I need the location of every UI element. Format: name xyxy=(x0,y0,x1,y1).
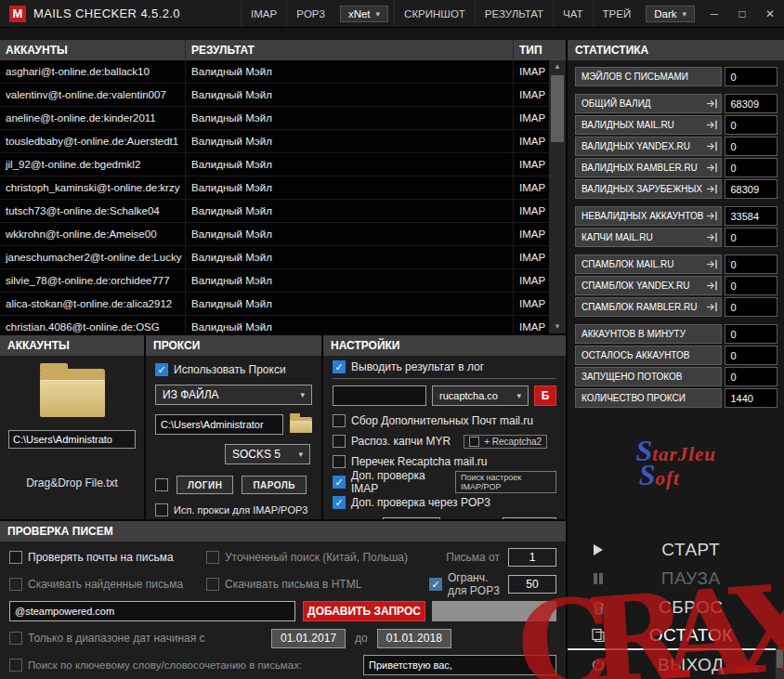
letters-from-input[interactable]: 1 xyxy=(508,548,556,567)
scroll-up-icon[interactable]: ▲ xyxy=(549,60,566,73)
column-header-type[interactable]: ТИП xyxy=(514,40,566,60)
date-range-checkbox[interactable]: Только в диапазоне дат начиная с xyxy=(9,632,271,645)
export-icon[interactable] xyxy=(706,302,718,312)
export-icon[interactable] xyxy=(706,259,718,269)
table-row[interactable]: asghari@t-online.de:ballack10Валидный Мэ… xyxy=(0,60,566,84)
open-accounts-folder-icon[interactable] xyxy=(40,369,105,417)
export-icon[interactable] xyxy=(706,141,718,151)
menu-item-result[interactable]: РЕЗУЛЬТАТ xyxy=(475,1,553,27)
logo-line2: Soft xyxy=(534,460,784,490)
recognize-captcha-checkbox[interactable]: Распоз. капчи MYR + Recaptcha2 xyxy=(333,433,556,450)
accounts-file-path[interactable]: C:\Users\Administrato xyxy=(8,430,136,449)
pop3-limit-checkbox[interactable]: Огранч. для POP3 xyxy=(429,571,508,597)
menu-item-pop3[interactable]: POP3 xyxy=(286,1,334,27)
power-icon xyxy=(584,658,612,672)
proxy-for-imap-checkbox[interactable]: Исп. прокси для IMAP/POP3 xyxy=(155,503,312,516)
stat-value: 0 xyxy=(725,255,777,274)
stat-row: ВАЛИДНЫХ MAIL.RU0 xyxy=(575,115,777,135)
extra-imap-check-checkbox[interactable]: Доп. проверка IMAP Поиск настроек IMAP/P… xyxy=(333,474,556,490)
export-icon[interactable] xyxy=(706,232,718,242)
right-panel-scrollbar[interactable] xyxy=(776,647,784,679)
collect-extra-mail-checkbox[interactable]: Сбор Дополнительных Почт mail.ru xyxy=(333,412,556,429)
download-found-checkbox[interactable]: Скачивать найденные письма xyxy=(9,578,206,591)
table-row[interactable]: jil_92@t-online.de:bgedmkl2Валидный Мэйл… xyxy=(0,153,566,176)
table-row[interactable]: christian.4086@t-online.de:OSGВалидный М… xyxy=(0,316,566,333)
keyword-input[interactable] xyxy=(363,655,556,675)
table-row[interactable]: aneline@t-online.de:kinder2011Валидный М… xyxy=(0,107,566,130)
exit-button[interactable]: ВЫХОД xyxy=(568,650,784,679)
stat-value: 68309 xyxy=(725,179,777,199)
table-row[interactable]: silvie_78@t-online.de:orchidee777Валидны… xyxy=(0,269,566,293)
balance-button[interactable]: Б xyxy=(534,385,556,406)
add-query-button[interactable]: ДОБАВИТЬ ЗАПРОС xyxy=(303,601,425,621)
table-scrollbar[interactable]: ▲ ▼ xyxy=(549,60,566,333)
keyword-search-checkbox[interactable]: Поиск по ключевому слову/словосочетанию … xyxy=(9,659,363,672)
theme-dropdown[interactable]: Dark ▾ xyxy=(646,6,695,22)
table-row[interactable]: christoph_kaminski@t-online.de:krzyВалид… xyxy=(0,176,566,200)
refined-search-checkbox[interactable]: Уточненный поиск (Китай, Польша) xyxy=(206,551,446,564)
stat-label: ВАЛИДНЫХ MAIL.RU xyxy=(575,115,722,135)
keyword-search-label: Поиск по ключевому слову/словосочетанию … xyxy=(28,659,302,671)
export-icon[interactable] xyxy=(706,211,718,221)
captcha-service-dropdown[interactable]: rucaptcha.co ▾ xyxy=(432,385,529,406)
use-proxy-checkbox[interactable]: Использовать Прокси xyxy=(155,363,312,376)
column-header-accounts[interactable]: АККАУНТЫ xyxy=(0,40,186,60)
checkbox-checked-icon xyxy=(429,578,442,591)
table-row[interactable]: valentinv@t-online.de:valentin007Валидны… xyxy=(0,84,566,107)
table-row[interactable]: wkkrohn@t-online.de:Ameise00Валидный Мэй… xyxy=(0,223,566,246)
log-output-checkbox[interactable]: Выводить результат в лог xyxy=(333,360,556,373)
pause-button[interactable]: ПАУЗА xyxy=(568,564,784,593)
stat-value: 1440 xyxy=(725,388,777,408)
drag-drop-hint: Drag&Drop File.txt xyxy=(26,477,118,490)
main-area: АККАУНТЫ РЕЗУЛЬТАТ ТИП asghari@t-online.… xyxy=(0,28,784,679)
stat-row: ВАЛИДНЫХ YANDEX.RU0 xyxy=(575,137,777,156)
pop3-limit-input[interactable]: 50 xyxy=(508,575,556,594)
export-icon[interactable] xyxy=(706,98,718,109)
extra-pop3-check-checkbox[interactable]: Доп. проверка через POP3 xyxy=(333,494,556,511)
query-input[interactable] xyxy=(9,601,295,621)
menu-item-tray[interactable]: ТРЕЙ xyxy=(593,1,641,27)
rest-button[interactable]: ОСТАТОК xyxy=(568,621,784,650)
table-row[interactable]: tutsch73@t-online.de:Schalke04Валидный М… xyxy=(0,200,566,223)
scroll-down-icon[interactable]: ▼ xyxy=(549,320,566,333)
login-button[interactable]: ЛОГИН xyxy=(176,476,233,494)
date-to-picker[interactable]: 01.01.2018 xyxy=(377,629,451,648)
proxy-type-value: SOCKS 5 xyxy=(232,448,281,461)
maximize-button[interactable]: □ xyxy=(728,0,756,28)
menu-item-screenshot[interactable]: СКРИНШОТ xyxy=(394,1,475,27)
menu-item-chat[interactable]: ЧАТ xyxy=(553,1,592,27)
table-row[interactable]: janeschumacher2@t-online.de:LuckyВалидны… xyxy=(0,246,566,269)
scrollbar-thumb[interactable] xyxy=(777,649,783,668)
proxy-source-dropdown[interactable]: ИЗ ФАЙЛА ▾ xyxy=(155,385,312,405)
table-row[interactable]: alica-stokan@t-online.de:alica2912Валидн… xyxy=(0,293,566,316)
scrollbar-thumb[interactable] xyxy=(551,75,564,142)
export-icon[interactable] xyxy=(706,281,718,291)
close-button[interactable]: ✕ xyxy=(756,0,784,28)
column-header-result[interactable]: РЕЗУЛЬТАТ xyxy=(186,40,514,60)
xnet-dropdown[interactable]: xNet ▾ xyxy=(340,6,388,22)
captcha-key-input[interactable] xyxy=(333,385,426,406)
cell-account: wkkrohn@t-online.de:Ameise00 xyxy=(0,223,186,245)
check-mail-checkbox[interactable]: Проверять почты на письма xyxy=(9,551,206,564)
menu-item-imap[interactable]: IMAP xyxy=(241,1,286,27)
export-icon[interactable] xyxy=(706,163,718,173)
download-html-checkbox[interactable]: Скачивать письма в HTML xyxy=(206,578,429,591)
proxy-auth-checkbox[interactable] xyxy=(155,478,168,491)
settings-panel-title: НАСТРОЙКИ xyxy=(323,335,566,356)
proxy-file-input[interactable] xyxy=(155,414,283,435)
browse-proxy-folder-icon[interactable] xyxy=(290,417,312,433)
pause-label: ПАУЗА xyxy=(612,568,769,589)
export-icon[interactable] xyxy=(706,120,718,130)
trash-icon xyxy=(584,600,612,615)
date-from-picker[interactable]: 01.01.2017 xyxy=(271,629,346,648)
reset-button[interactable]: СБРОС xyxy=(568,593,784,621)
password-button[interactable]: ПАРОЛЬ xyxy=(242,476,307,494)
recaptcha2-checkbox[interactable]: + Recaptcha2 xyxy=(464,435,547,449)
checkbox-icon xyxy=(9,578,22,591)
start-button[interactable]: СТАРТ xyxy=(568,535,784,564)
export-icon[interactable] xyxy=(706,184,718,194)
table-row[interactable]: tousledbaby@t-online.de:Auerstedt1Валидн… xyxy=(0,130,566,153)
proxy-type-dropdown[interactable]: SOCKS 5 ▾ xyxy=(225,444,310,464)
recheck-recaptcha-checkbox[interactable]: Перечек Recaptcha mail.ru xyxy=(333,453,556,470)
minimize-button[interactable]: ─ xyxy=(700,0,728,28)
